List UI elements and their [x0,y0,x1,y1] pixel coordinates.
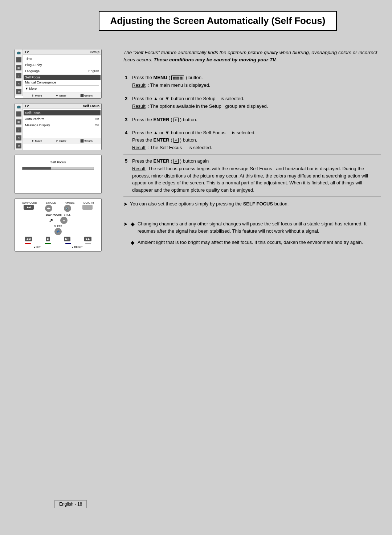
channel-icon: ✕ [16,81,21,86]
tv-screen-1-body: Time Plug & Play Language:English Self F… [23,55,101,93]
step-3-num: 3 [123,113,131,126]
step-3-row: 3 Press the ENTER ( ↵ ) button. [123,113,381,126]
main-layout: 📺 ~ ▦ ♪ ✕ ⚙ TV Setup Time [11,49,381,252]
tv-row-selffocus-selected: Self Focus [24,75,101,80]
set-reset-labels: ● SET ● RESET [18,246,98,248]
step-1-row: 1 Press the MENU ( ▦▦▦ ) button. Result:… [123,71,381,92]
remote-cursor-row: ↙ ■ [18,217,98,224]
page-title-box: Adjusting the Screen Automatically (Self… [99,11,337,31]
step-4-num: 4 [123,126,131,155]
tv-row-time: Time [25,56,99,61]
sleep-btn-row: 💤 [18,228,98,235]
sound-icon-2: ♪ [16,127,21,132]
page-title: Adjusting the Screen Automatically (Self… [110,15,326,26]
tv-row-autoperform: Auto Perform:On [25,117,99,122]
selffocus-label: SELF FOCUS [45,213,61,216]
sleep-btn[interactable]: 💤 [54,228,62,235]
rewind-btn[interactable]: ◀◀ [25,237,32,241]
note-bullet-1: ◆ [131,220,135,228]
tv-icons-column-1: 📺 ~ ▦ ♪ ✕ ⚙ [15,49,23,96]
tv-icon: 📺 [17,51,21,54]
tv-row-manconv: Manual Convergence [25,80,99,85]
progress-title: Self Focus [22,160,94,164]
cursor-arrow: ↙ [49,217,53,224]
tv-screen-3: Self Focus [15,155,102,194]
step-5-row: 5 Press the ENTER ( ↵ ) button again Res… [123,154,381,197]
step-2-row: 2 Press the ▲ or ▼ button until the Setu… [123,92,381,113]
tv-row-plugplay: Plug & Play [25,62,99,68]
setup-label: Setup [90,50,99,54]
intro-text: The "Self Focus" feature automatically f… [123,49,381,64]
still-label: STILL [64,213,71,216]
notes-section: ➤ ◆ Changing channels and any other sign… [123,220,381,246]
tv-screen-2-body: Self Focus Auto Perform:On Message Displ… [23,109,101,138]
selffocus-header-label: Self Focus [83,104,99,108]
step-2-content: Press the ▲ or ▼ button until the Setup … [131,92,381,113]
channel-icon-2: ✕ [16,135,21,140]
blue-btn[interactable] [65,243,71,244]
tv-icons-column-2: 📺 ~ ▦ ♪ ✕ ⚙ [15,103,23,150]
tip-row: ➤ You can also set these options simply … [123,201,381,207]
dual-btn[interactable] [82,205,93,210]
step-2-instruction: Press the ▲ or ▼ button until the Setup … [132,95,380,102]
tv-screen-1: 📺 ~ ▦ ♪ ✕ ⚙ TV Setup Time [15,49,102,99]
tv-row-msgdisplay: Message Display:On [25,123,99,128]
pmode-btn[interactable]: 🔊 [64,205,71,212]
remote-top-btns: ▶◀ ◀▶ 🔊 [18,205,98,212]
ff-btn[interactable]: ▶▶ [84,237,91,241]
tv-row-language: Language:English [25,69,99,74]
note-bullet-2: ◆ [131,239,135,246]
step-3-instruction: Press the ENTER ( ↵ ) button. [132,116,380,123]
tv-row-sf-selected: Self Focus [24,110,101,115]
antenna-icon: ~ [16,57,21,62]
footer-box: English - 18 [54,500,87,508]
gray-btn[interactable] [85,243,91,244]
stop-btn[interactable]: ■ [46,237,50,241]
footer: English - 18 [54,500,87,508]
step-1-instruction: Press the MENU ( ▦▦▦ ) button. [132,74,380,81]
step-1-content: Press the MENU ( ▦▦▦ ) button. Result: T… [131,71,381,92]
remote-top-labels: SURROUND S.MODE P.MODE DUAL I-II [18,201,98,204]
note-text-1: Changing channels and any other signal c… [138,220,381,234]
progress-empty-space [22,170,94,188]
content-area: Adjusting the Screen Automatically (Self… [11,11,381,519]
playpause-btn[interactable]: ▶II [64,237,70,241]
tv-row-more: ▼ More [25,86,99,91]
tv-screen-2: 📺 ~ ▦ ♪ ✕ ⚙ TV Self Focus Self Focus [15,103,102,150]
surround-btn[interactable]: ▶◀ [24,205,34,210]
step-5-content: Press the ENTER ( ↵ ) button again Resul… [131,154,381,197]
step-5-num: 5 [123,154,131,197]
remote-control: SURROUND S.MODE P.MODE DUAL I-II ▶◀ ◀▶ 🔊 [15,198,102,252]
left-column: 📺 ~ ▦ ♪ ✕ ⚙ TV Setup Time [11,49,113,252]
setup-icon-2: ⚙ [16,143,21,148]
tv-screen-2-content: TV Self Focus Self Focus Auto Perform:On… [23,103,101,144]
note-row-2: ◆ Ambient light that is too bright may a… [123,239,381,246]
tip-text: You can also set these options simply by… [130,201,289,207]
step-2-num: 2 [123,92,131,113]
tv-screen-2-footer: ⬆ Move ↵ Enter ⬛Return [23,138,101,144]
divider [123,213,381,213]
set-label: ● SET [33,246,41,248]
note-arrow-1: ➤ [123,220,128,228]
still-btn[interactable]: ■ [60,217,68,224]
progress-bar-fill [23,167,51,170]
right-column: The "Self Focus" feature automatically f… [120,49,381,251]
smode-btn[interactable]: ◀▶ [45,205,52,212]
tv-screen-1-footer: ⬆ Move ↵ Enter ⬛Return [23,93,101,98]
step-5-result: Result: The self focus process begins wi… [132,165,380,193]
step-4-instruction: Press the ▲ or ▼ button until the Self F… [132,129,380,143]
tv-label-1: TV [25,50,29,54]
tv-label-2: TV [25,104,29,108]
step-3-content: Press the ENTER ( ↵ ) button. [131,113,381,126]
red-btn[interactable] [25,243,31,244]
note-row-1: ➤ ◆ Changing channels and any other sign… [123,220,381,234]
step-1-num: 1 [123,71,131,92]
green-btn[interactable] [45,243,51,244]
tv-screen-2-header: TV Self Focus [23,103,101,109]
tip-arrow: ➤ [123,201,128,207]
note-text-2: Ambient light that is too bright may aff… [138,239,363,246]
setup-icon: ⚙ [16,89,21,94]
reset-label: ● RESET [72,246,83,248]
progress-bar [22,167,94,170]
step-2-result: Result: The options available in the Set… [132,103,380,110]
